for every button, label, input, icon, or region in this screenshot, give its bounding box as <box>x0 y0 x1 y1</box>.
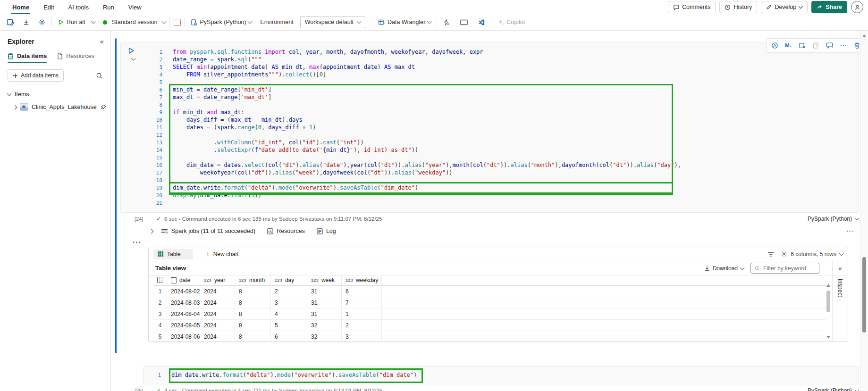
table-row[interactable]: 52024-08-06202486323 <box>153 331 826 342</box>
table-filter-box[interactable] <box>750 263 819 274</box>
scroll-up-arrow[interactable] <box>826 284 830 287</box>
table-cell[interactable]: 3 <box>342 331 382 342</box>
code-editor[interactable]: 1from pyspark.sql.functions import col, … <box>143 48 855 207</box>
table-cell[interactable]: 4 <box>271 308 307 319</box>
page-scrollbar-thumb[interactable] <box>862 257 866 333</box>
table-cell[interactable]: 7 <box>342 297 382 308</box>
code-line[interactable]: 21 <box>143 199 855 207</box>
code-line[interactable]: 7max_dt = date_range['max_dt'] <box>143 93 855 101</box>
code-line[interactable]: 14 .selectExpr(f"date_add(to_date('{min_… <box>143 146 855 154</box>
table-cell[interactable]: 5 <box>271 320 307 331</box>
frame-icon[interactable] <box>458 17 470 27</box>
code-line[interactable]: 5 <box>143 78 855 86</box>
run-all-button[interactable]: Run all <box>56 17 87 27</box>
menu-edit[interactable]: Edit <box>38 1 59 13</box>
table-cell[interactable]: 8 <box>235 308 271 319</box>
code-line[interactable]: 4 FROM silver_appointments""").collect()… <box>143 71 855 78</box>
table-cell[interactable]: 8 <box>235 286 271 297</box>
vscode-icon[interactable] <box>476 17 487 28</box>
pin-icon[interactable] <box>100 104 106 110</box>
table-cell[interactable]: 3 <box>271 297 307 308</box>
scroll-down-arrow[interactable] <box>826 336 830 339</box>
code-line[interactable]: 6min_dt = date_range['min_dt'] <box>143 86 855 93</box>
column-header-day[interactable]: 123day <box>271 275 307 285</box>
data-wrangler-button[interactable]: Data Wrangler <box>376 17 433 28</box>
sidebar-search-icon[interactable] <box>96 72 103 79</box>
add-data-items-button[interactable]: Add data items <box>8 69 64 82</box>
download-icon[interactable] <box>21 17 32 28</box>
code-line[interactable]: 2date_range = spark.sql(""" <box>143 56 855 63</box>
cell-run-chevron[interactable] <box>131 56 135 61</box>
code-line[interactable]: 3SELECT min(appointment_date) AS min_dt,… <box>143 63 855 71</box>
jobs-more-actions[interactable]: ··· <box>847 228 854 234</box>
table-cell[interactable]: 2024-08-05 <box>167 320 200 331</box>
code-line[interactable]: 12 <box>143 131 855 139</box>
table-cell[interactable]: 31 <box>307 297 342 308</box>
table-cell[interactable]: 8 <box>235 320 271 331</box>
table-cell[interactable]: 2024-08-06 <box>167 331 200 342</box>
menu-run[interactable]: Run <box>97 1 120 13</box>
column-header-year[interactable]: 123year <box>200 275 235 285</box>
sidebar-collapse-icon[interactable]: « <box>100 37 104 45</box>
table-cell[interactable]: 2024 <box>200 297 235 308</box>
table-cell[interactable]: 2024 <box>200 320 235 331</box>
code-cell-1[interactable]: 1from pyspark.sql.functions import col, … <box>120 42 859 213</box>
session-label[interactable]: Standard session <box>112 19 158 25</box>
table-cell[interactable]: 2024 <box>200 286 235 297</box>
scrollbar-thumb[interactable] <box>826 291 830 312</box>
table-cell[interactable]: 31 <box>307 286 342 297</box>
table-cell[interactable]: 1 <box>342 308 382 319</box>
code-line[interactable]: 17 weekofyear(col("dt")).alias("week"),d… <box>143 169 855 176</box>
column-settings[interactable]: 6 columns, 5 rows <box>781 251 843 258</box>
develop-button[interactable]: Develop <box>761 1 808 13</box>
table-cell[interactable]: 2024 <box>200 331 235 342</box>
page-scroll-up-arrow[interactable] <box>862 34 866 37</box>
delete-cell-icon[interactable] <box>854 42 860 49</box>
copilot-button[interactable]: Copilot <box>495 17 527 28</box>
download-button[interactable]: Download <box>704 265 744 272</box>
clear-output-icon[interactable] <box>799 42 806 49</box>
column-header-weekday[interactable]: 123weekday <box>342 275 382 285</box>
table-row[interactable]: 32024-08-04202484311 <box>153 308 826 320</box>
code-cell-2[interactable]: 1dim_date.write.format("delta").mode("ov… <box>143 366 859 384</box>
jobs-expand-chevron[interactable] <box>149 229 154 233</box>
column-header-date[interactable]: date <box>167 275 200 285</box>
table-cell[interactable]: 6 <box>271 331 307 342</box>
table-tab[interactable]: Table <box>153 249 193 259</box>
filter-icon[interactable] <box>767 251 774 257</box>
cell-2-kernel-selector[interactable]: PySpark (Python) <box>808 387 859 391</box>
session-config-lightning-icon[interactable]: A <box>441 17 452 28</box>
tab-data-items[interactable]: Data items <box>8 53 47 63</box>
code-line[interactable]: 1dim_date.write.format("delta").mode("ov… <box>143 371 855 379</box>
share-button[interactable]: Share <box>811 1 847 13</box>
page-scrollbar[interactable] <box>860 31 868 391</box>
inspect-expand-icon[interactable]: « <box>838 265 842 272</box>
column-header-month[interactable]: 123month <box>235 275 271 285</box>
menu-ai-tools[interactable]: AI tools <box>63 1 94 13</box>
code-line[interactable]: 20display(dim_date.limit(5)) <box>143 191 855 199</box>
table-corner-grid-icon[interactable] <box>153 275 167 285</box>
stop-session-icon[interactable] <box>174 19 181 26</box>
table-cell[interactable]: 2 <box>342 320 382 331</box>
run-cell-button[interactable] <box>127 47 135 54</box>
table-cell[interactable]: 8 <box>235 297 271 308</box>
account-avatar[interactable] <box>851 1 863 13</box>
code-line[interactable]: 8 <box>143 101 855 108</box>
new-chart-button[interactable]: New chart <box>205 251 239 258</box>
table-cell[interactable]: 8 <box>235 331 271 342</box>
comment-cell-icon[interactable] <box>826 42 834 49</box>
table-filter-input[interactable] <box>762 265 815 272</box>
code-line[interactable]: 13 .withColumn("id_int", col("id").cast(… <box>143 139 855 146</box>
history-button[interactable]: History <box>719 1 757 13</box>
inspect-tab[interactable]: Inspect <box>837 279 843 297</box>
menu-home[interactable]: Home <box>7 1 35 13</box>
table-cell[interactable]: 2024-08-03 <box>167 297 200 308</box>
code-line[interactable]: 1from pyspark.sql.functions import col, … <box>143 48 855 56</box>
table-cell[interactable]: 32 <box>307 320 342 331</box>
resources-tab[interactable]: Resources <box>267 228 305 234</box>
items-section-header[interactable]: Items <box>8 91 110 98</box>
session-chevron[interactable] <box>161 19 166 24</box>
code-line[interactable]: 18 <box>143 176 855 184</box>
cell-more-actions-icon[interactable]: ··· <box>840 42 847 49</box>
table-row[interactable]: 12024-08-02202482316 <box>153 286 826 297</box>
